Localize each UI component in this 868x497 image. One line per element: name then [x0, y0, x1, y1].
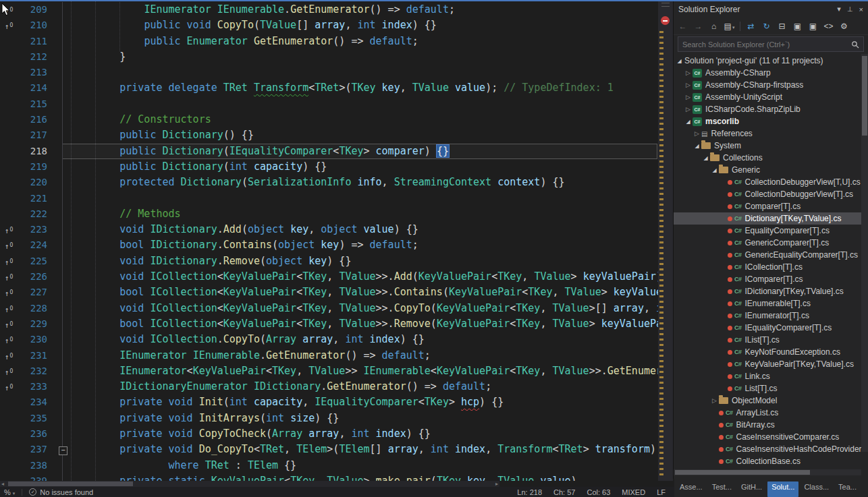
- code-line-218[interactable]: 218 public Dictionary(IEqualityComparer<…: [0, 144, 658, 159]
- explorer-horizontal-scrollbar[interactable]: [674, 469, 861, 475]
- code-line-232[interactable]: ↑O232 IEnumerator<KeyValuePair<TKey, TVa…: [0, 363, 658, 379]
- tree-item[interactable]: C#EqualityComparer[T].cs: [674, 225, 861, 237]
- line-number[interactable]: 222: [18, 206, 62, 222]
- code-line-228[interactable]: ↑O228 void ICollection<KeyValuePair<TKey…: [0, 301, 658, 316]
- forward-icon[interactable]: →: [691, 22, 705, 31]
- preview-selected-items-icon[interactable]: ▣: [806, 22, 820, 31]
- line-number[interactable]: 216: [18, 112, 62, 127]
- code-line-211[interactable]: 211 public Enumerator GetEnumerator() =>…: [0, 34, 658, 49]
- code-line-219[interactable]: 219 public Dictionary(int capacity) {}: [0, 159, 658, 175]
- implements-interface-icon[interactable]: ↑O: [0, 285, 18, 300]
- mixed-line-endings-indicator[interactable]: MIXED: [622, 488, 645, 496]
- code-line-233[interactable]: ↑O233 IDictionaryEnumerator IDictionary.…: [0, 379, 658, 394]
- zoom-level-control[interactable]: %▾: [4, 488, 15, 496]
- tree-item[interactable]: C#KeyValuePair[TKey,TValue].cs: [674, 358, 861, 370]
- code-line-226[interactable]: ↑O226 void ICollection<KeyValuePair<TKey…: [0, 269, 658, 285]
- tree-item[interactable]: C#Dictionary[TKey,TValue].cs: [674, 212, 861, 225]
- code-line-238[interactable]: 238 where TRet : TElem {}: [0, 458, 658, 473]
- line-number[interactable]: 219: [18, 159, 62, 175]
- tree-item[interactable]: C#Link.cs: [674, 370, 861, 382]
- tool-window-tab-solut[interactable]: Solut...: [767, 481, 798, 497]
- line-number[interactable]: 237: [18, 442, 62, 457]
- line-number[interactable]: 209: [18, 2, 62, 18]
- line-number[interactable]: 211: [18, 34, 62, 49]
- code-line-210[interactable]: ↑O210 public void CopyTo(TValue[] array,…: [0, 18, 658, 33]
- tool-window-tab-tea[interactable]: Tea...: [834, 481, 861, 497]
- tool-window-tab-asse[interactable]: Asse...: [676, 481, 707, 497]
- tree-item[interactable]: C#IList[T].cs: [674, 334, 861, 346]
- editor-horizontal-scrollbar[interactable]: ◂ ▸: [0, 481, 499, 487]
- properties-icon[interactable]: ⚙: [837, 22, 851, 31]
- code-line-230[interactable]: ↑O230 void ICollection.CopyTo(Array arra…: [0, 332, 658, 347]
- line-number[interactable]: 226: [18, 269, 62, 285]
- tree-item[interactable]: ◢Solution 'project-gui' (11 of 11 projec…: [674, 55, 861, 67]
- line-number[interactable]: 231: [18, 348, 62, 363]
- tree-item[interactable]: C#List[T].cs: [674, 382, 861, 394]
- close-icon[interactable]: ×: [859, 5, 863, 13]
- tree-item[interactable]: C#IEnumerable[T].cs: [674, 297, 861, 310]
- code-line-237[interactable]: 237− private void Do_CopyTo<TRet, TElem>…: [0, 442, 658, 457]
- line-number[interactable]: 238: [18, 458, 62, 473]
- back-icon[interactable]: ←: [676, 22, 690, 31]
- line-number[interactable]: 217: [18, 127, 62, 143]
- tree-item[interactable]: C#CollectionBase.cs: [674, 455, 861, 467]
- implements-interface-icon[interactable]: ↑O: [0, 18, 18, 33]
- tree-item[interactable]: ▷C#Assembly-CSharp: [674, 67, 861, 79]
- expanded-chevron-icon[interactable]: ◢: [710, 167, 719, 173]
- code-line-214[interactable]: 214 private delegate TRet Transform<TRet…: [0, 80, 658, 96]
- code-line-224[interactable]: ↑O224 bool IDictionary.Contains(object k…: [0, 237, 658, 253]
- code-line-235[interactable]: 235 private void InitArrays(int size) {}: [0, 411, 658, 426]
- pin-icon[interactable]: ⊤: [847, 5, 853, 13]
- tree-item[interactable]: C#IEnumerator[T].cs: [674, 310, 861, 322]
- tool-window-tab-test[interactable]: Test...: [708, 481, 736, 497]
- collapsed-chevron-icon[interactable]: ▷: [684, 106, 693, 113]
- fold-margin[interactable]: −: [62, 442, 71, 457]
- line-number[interactable]: 214: [18, 80, 62, 96]
- tree-item[interactable]: C#CollectionDebuggerView[T].cs: [674, 188, 861, 200]
- tree-item[interactable]: ▷▤References: [674, 127, 861, 140]
- line-ending-indicator[interactable]: LF: [657, 488, 666, 496]
- code-line-227[interactable]: ↑O227 bool ICollection<KeyValuePair<TKey…: [0, 285, 658, 300]
- code-line-223[interactable]: ↑O223 void IDictionary.Add(object key, o…: [0, 222, 658, 237]
- code-line-229[interactable]: ↑O229 bool ICollection<KeyValuePair<TKey…: [0, 316, 658, 332]
- line-number[interactable]: 220: [18, 175, 62, 190]
- tree-item[interactable]: C#GenericComparer[T].cs: [674, 237, 861, 249]
- code-line-215[interactable]: 215: [0, 96, 658, 112]
- expanded-chevron-icon[interactable]: ◢: [684, 119, 693, 125]
- expanded-chevron-icon[interactable]: ◢: [675, 58, 684, 64]
- code-line-234[interactable]: 234 private void Init(int capacity, IEqu…: [0, 394, 658, 410]
- implements-interface-icon[interactable]: ↑O: [0, 316, 18, 332]
- character-indicator[interactable]: Ch: 57: [553, 488, 575, 496]
- line-number[interactable]: 210: [18, 18, 62, 33]
- line-number[interactable]: 221: [18, 191, 62, 206]
- line-number[interactable]: 229: [18, 316, 62, 332]
- tool-window-tab-gith[interactable]: GitH...: [737, 481, 766, 497]
- code-line-236[interactable]: 236 private void CopyToCheck(Array array…: [0, 426, 658, 442]
- show-all-files-icon[interactable]: ▤▾: [722, 22, 736, 31]
- tree-item[interactable]: ◢System: [674, 140, 861, 152]
- sync-with-active-document-icon[interactable]: ⇄: [744, 22, 758, 31]
- implements-interface-icon[interactable]: ↑O: [0, 222, 18, 237]
- tree-item[interactable]: ◢Generic: [674, 164, 861, 176]
- line-number[interactable]: 212: [18, 49, 62, 65]
- search-box[interactable]: [678, 36, 864, 52]
- line-number[interactable]: 228: [18, 301, 62, 316]
- collapsed-chevron-icon[interactable]: ▷: [693, 130, 701, 137]
- code-line-221[interactable]: 221: [0, 191, 658, 206]
- code-line-220[interactable]: 220 protected Dictionary(SerializationIn…: [0, 175, 658, 190]
- line-number[interactable]: 234: [18, 394, 62, 410]
- tree-item[interactable]: ▷ObjectModel: [674, 394, 861, 407]
- copy-icon[interactable]: ▣: [790, 22, 805, 31]
- line-number[interactable]: 233: [18, 379, 62, 394]
- code-line-225[interactable]: ↑O225 void IDictionary.Remove(object key…: [0, 254, 658, 269]
- tool-window-tab-class[interactable]: Class...: [800, 481, 833, 497]
- line-number[interactable]: 224: [18, 237, 62, 253]
- tree-item[interactable]: C#CaseInsensitiveComparer.cs: [674, 431, 861, 443]
- code-line-231[interactable]: ↑O231 IEnumerator IEnumerable.GetEnumera…: [0, 348, 658, 363]
- line-indicator[interactable]: Ln: 218: [517, 488, 542, 496]
- line-number[interactable]: 230: [18, 332, 62, 347]
- line-number[interactable]: 235: [18, 411, 62, 426]
- implements-interface-icon[interactable]: ↑O: [0, 269, 18, 285]
- expanded-chevron-icon[interactable]: ◢: [693, 143, 701, 149]
- implements-interface-icon[interactable]: ↑O: [0, 301, 18, 316]
